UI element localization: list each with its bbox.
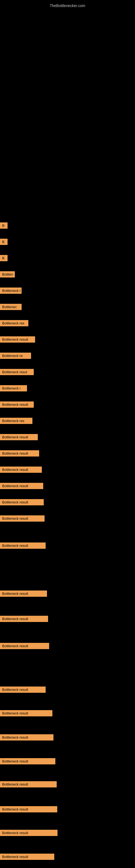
bottleneck-result-item: Bottleneck result: [0, 854, 54, 860]
bottleneck-result-item: Bottleneck r: [0, 287, 21, 294]
bottleneck-result-item: Bottleneck result: [0, 450, 39, 457]
bottleneck-result-item: Bottlenec: [0, 304, 21, 310]
bottleneck-result-item: Bottleneck result: [0, 434, 38, 440]
bottleneck-result-item: Bottleneck resul: [0, 369, 34, 375]
bottleneck-result-item: Bottleneck result: [0, 499, 44, 505]
bottleneck-result-item: Bottleneck result: [0, 467, 42, 473]
bottleneck-result-item: Bottleneck result: [0, 616, 48, 622]
bottleneck-result-item: Bottleneck result: [0, 781, 57, 787]
bottleneck-result-item: Bottleneck result: [0, 686, 46, 693]
bottleneck-result-item: Bottleneck result: [0, 401, 34, 408]
bottleneck-result-item: B: [0, 255, 8, 261]
bottleneck-result-item: Bottleneck result: [0, 516, 45, 522]
bottleneck-result-item: Bottleneck r: [0, 385, 27, 392]
bottleneck-result-item: Bottleneck result: [0, 542, 46, 549]
bottleneck-result-item: Bottleneck result: [0, 758, 55, 764]
bottleneck-result-item: Bottleneck result: [0, 806, 57, 812]
bottleneck-result-item: Bottleneck result: [0, 643, 49, 649]
bottleneck-result-item: B: [0, 222, 8, 229]
bottleneck-result-item: Bottleneck result: [0, 483, 43, 489]
site-title: TheBottlenecker.com: [0, 1, 135, 10]
bottleneck-result-item: B: [0, 239, 8, 245]
bottleneck-result-item: Bottleneck result: [0, 830, 57, 836]
bottleneck-result-item: Bottleneck result: [0, 734, 53, 741]
bottleneck-result-item: Bottleneck res: [0, 418, 32, 424]
bottleneck-result-item: Bottleneck result: [0, 590, 47, 597]
bottleneck-result-item: Bottleneck res: [0, 320, 28, 326]
bottleneck-result-item: Bottlen: [0, 271, 15, 278]
bottleneck-result-item: Bottleneck re: [0, 352, 31, 359]
bottleneck-result-item: Bottleneck result: [0, 336, 35, 343]
bottleneck-result-item: Bottleneck result: [0, 710, 52, 716]
